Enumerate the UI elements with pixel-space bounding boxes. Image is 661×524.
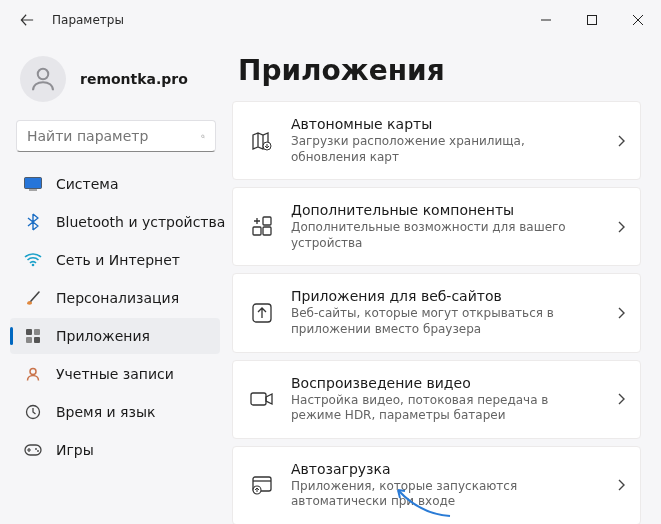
nav-accounts[interactable]: Учетные записи	[10, 356, 220, 392]
nav-apps[interactable]: Приложения	[10, 318, 220, 354]
person-icon	[28, 64, 58, 94]
page-title: Приложения	[238, 54, 641, 87]
svg-rect-6	[26, 329, 32, 335]
nav-network[interactable]: Сеть и Интернет	[10, 242, 220, 278]
card-desc: Настройка видео, потоковая передача в ре…	[291, 393, 598, 424]
svg-rect-8	[26, 337, 32, 343]
nav-label: Персонализация	[56, 290, 179, 306]
card-offline-maps[interactable]: Автономные карты Загрузки расположение х…	[232, 101, 641, 180]
close-icon	[633, 15, 643, 25]
nav-label: Время и язык	[56, 404, 155, 420]
chevron-right-icon	[614, 220, 628, 234]
accounts-icon	[24, 365, 42, 383]
nav-label: Система	[56, 176, 118, 192]
svg-point-13	[35, 448, 37, 450]
website-app-icon	[249, 300, 275, 326]
search-box[interactable]	[16, 120, 216, 152]
window-title: Параметры	[52, 13, 124, 27]
card-text: Дополнительные компоненты Дополнительные…	[291, 202, 598, 251]
svg-point-2	[202, 135, 205, 138]
minimize-button[interactable]	[523, 4, 569, 36]
svg-point-5	[32, 264, 35, 267]
brush-icon	[24, 289, 42, 307]
card-text: Приложения для веб-сайтов Веб-сайты, кот…	[291, 288, 598, 337]
titlebar: Параметры	[0, 0, 661, 40]
bluetooth-icon	[24, 213, 42, 231]
sidebar: remontka.pro Система Bluetooth и устройс…	[0, 40, 226, 524]
search-icon	[201, 129, 205, 144]
minimize-icon	[541, 15, 551, 25]
avatar	[20, 56, 66, 102]
chevron-right-icon	[614, 478, 628, 492]
nav-bluetooth[interactable]: Bluetooth и устройства	[10, 204, 220, 240]
nav-label: Bluetooth и устройства	[56, 214, 225, 230]
svg-rect-0	[588, 16, 597, 25]
close-button[interactable]	[615, 4, 661, 36]
svg-rect-18	[263, 217, 271, 225]
back-button[interactable]	[14, 7, 40, 33]
nav-system[interactable]: Система	[10, 166, 220, 202]
display-icon	[24, 175, 42, 193]
gamepad-icon	[24, 441, 42, 459]
nav-label: Сеть и Интернет	[56, 252, 180, 268]
svg-rect-17	[263, 227, 271, 235]
card-desc: Приложения, которые запускаются автомати…	[291, 479, 598, 510]
apps-icon	[24, 327, 42, 345]
card-video-playback[interactable]: Воспроизведение видео Настройка видео, п…	[232, 360, 641, 439]
maximize-button[interactable]	[569, 4, 615, 36]
chevron-right-icon	[614, 392, 628, 406]
card-title: Дополнительные компоненты	[291, 202, 598, 218]
card-title: Воспроизведение видео	[291, 375, 598, 391]
add-feature-icon	[249, 214, 275, 240]
window-controls	[523, 4, 661, 36]
svg-point-14	[37, 450, 39, 452]
startup-icon	[249, 472, 275, 498]
card-desc: Загрузки расположение хранилища, обновле…	[291, 134, 598, 165]
maximize-icon	[587, 15, 597, 25]
nav-personalization[interactable]: Персонализация	[10, 280, 220, 316]
profile[interactable]: remontka.pro	[10, 44, 222, 120]
card-startup[interactable]: Автозагрузка Приложения, которые запуска…	[232, 446, 641, 524]
svg-rect-3	[25, 178, 42, 189]
chevron-right-icon	[614, 306, 628, 320]
nav-gaming[interactable]: Игры	[10, 432, 220, 468]
nav: Система Bluetooth и устройства Сеть и Ин…	[10, 166, 222, 468]
settings-cards: Автономные карты Загрузки расположение х…	[232, 101, 641, 524]
svg-rect-9	[34, 337, 40, 343]
chevron-right-icon	[614, 134, 628, 148]
svg-rect-4	[29, 190, 37, 191]
card-title: Автозагрузка	[291, 461, 598, 477]
svg-point-10	[30, 369, 36, 375]
svg-rect-20	[251, 393, 266, 405]
card-title: Автономные карты	[291, 116, 598, 132]
nav-label: Игры	[56, 442, 94, 458]
card-desc: Дополнительные возможности для вашего ус…	[291, 220, 598, 251]
card-text: Воспроизведение видео Настройка видео, п…	[291, 375, 598, 424]
nav-time-language[interactable]: Время и язык	[10, 394, 220, 430]
card-optional-features[interactable]: Дополнительные компоненты Дополнительные…	[232, 187, 641, 266]
main-content: Приложения Автономные карты Загрузки рас…	[226, 40, 661, 524]
video-icon	[249, 386, 275, 412]
card-apps-for-websites[interactable]: Приложения для веб-сайтов Веб-сайты, кот…	[232, 273, 641, 352]
card-desc: Веб-сайты, которые могут открываться в п…	[291, 306, 598, 337]
card-text: Автономные карты Загрузки расположение х…	[291, 116, 598, 165]
card-title: Приложения для веб-сайтов	[291, 288, 598, 304]
arrow-left-icon	[20, 13, 34, 27]
search-input[interactable]	[27, 128, 201, 144]
card-text: Автозагрузка Приложения, которые запуска…	[291, 461, 598, 510]
nav-label: Приложения	[56, 328, 150, 344]
map-icon	[249, 128, 275, 154]
svg-rect-7	[34, 329, 40, 335]
clock-icon	[24, 403, 42, 421]
svg-rect-16	[253, 227, 261, 235]
svg-point-1	[38, 69, 49, 80]
nav-label: Учетные записи	[56, 366, 174, 382]
profile-name: remontka.pro	[80, 71, 188, 87]
wifi-icon	[24, 251, 42, 269]
